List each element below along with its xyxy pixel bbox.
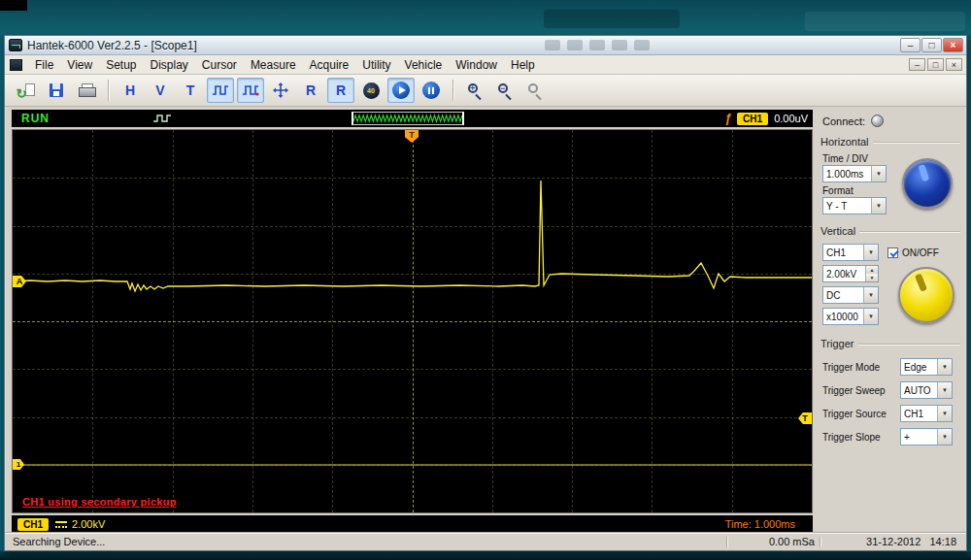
autoset-icon: 40 (363, 82, 380, 99)
print-button[interactable] (73, 78, 100, 103)
onoff-checkbox[interactable] (887, 247, 898, 258)
overlay-icon (634, 40, 650, 50)
reference-button[interactable]: R (297, 78, 324, 103)
vertical-button[interactable]: V (147, 78, 174, 103)
minimize-button[interactable]: – (900, 38, 921, 52)
pause-button[interactable] (418, 78, 445, 103)
t-icon: T (186, 82, 195, 98)
r-icon: R (306, 82, 316, 98)
menu-vehicle[interactable]: Vehicle (398, 56, 450, 74)
time-div-value: 1.000ms (823, 169, 863, 180)
dropdown-arrow-icon[interactable] (937, 429, 952, 445)
menu-setup[interactable]: Setup (99, 56, 143, 74)
grid-line (13, 417, 812, 418)
zoom-out-icon (497, 82, 514, 99)
grid-line (13, 274, 812, 275)
control-panel: Connect: Horizontal Time / DIV 1.000ms F… (813, 110, 964, 534)
trigger-sweep-select[interactable]: AUTO (900, 381, 953, 399)
channel-select[interactable]: CH1 (822, 244, 879, 261)
grid-line (13, 369, 812, 370)
scope-info-bar: CH1 2.00kV Time: 1.000ms (12, 515, 813, 533)
scope-grid (13, 130, 812, 512)
menu-window[interactable]: Window (449, 56, 504, 74)
trigger-mode-select[interactable]: Edge (900, 358, 953, 376)
scope-display[interactable]: T A 1 T CH1 using secondary pickup (12, 129, 813, 513)
zoom-reset-button[interactable] (521, 78, 549, 103)
close-button[interactable]: × (943, 38, 963, 52)
dropdown-arrow-icon[interactable] (863, 287, 878, 303)
menu-utility[interactable]: Utility (355, 56, 397, 74)
menu-acquire[interactable]: Acquire (303, 56, 356, 74)
mdi-restore-button[interactable]: □ (927, 58, 944, 71)
save-button[interactable] (43, 78, 70, 103)
mdi-minimize-button[interactable]: – (909, 58, 925, 71)
run-status: RUN (21, 112, 50, 125)
dropdown-arrow-icon[interactable] (871, 166, 886, 181)
trigger-button[interactable]: T (177, 78, 204, 103)
desktop: Hantek-6000 Ver2.2.5 - [Scope1] – □ × Fi… (0, 0, 971, 560)
dropdown-arrow-icon[interactable] (937, 382, 952, 398)
status-time: 14:18 (929, 536, 956, 547)
menu-help[interactable]: Help (504, 56, 542, 74)
spin-down-icon[interactable] (866, 274, 878, 281)
waveform-mode-button[interactable] (207, 78, 234, 103)
horizontal-knob[interactable] (902, 158, 953, 209)
trigger-source-value: CH1 (901, 409, 923, 419)
format-select[interactable]: Y - T (822, 197, 887, 214)
knob-pointer (918, 164, 929, 181)
print-icon (79, 83, 94, 97)
autoset-button[interactable]: 40 (357, 78, 385, 103)
zoom-out-button[interactable] (491, 78, 519, 103)
ch1-badge: CH1 (17, 518, 49, 531)
dropdown-arrow-icon[interactable] (863, 245, 878, 260)
dropdown-arrow-icon[interactable] (863, 309, 878, 324)
waveform-capture-button[interactable] (237, 78, 264, 103)
coupling-select[interactable]: DC (822, 286, 879, 304)
trigger-readout: ƒ CH1 0.00uV (724, 110, 808, 127)
menu-measure[interactable]: Measure (244, 56, 303, 74)
volts-div-stepper[interactable]: 2.00kV (822, 265, 879, 282)
mdi-close-button[interactable]: × (946, 58, 962, 71)
horizontal-section-title: Horizontal (820, 136, 869, 148)
titlebar[interactable]: Hantek-6000 Ver2.2.5 - [Scope1] – □ × (5, 36, 966, 55)
maximize-button[interactable]: □ (921, 38, 942, 52)
square-wave-dot-icon (242, 83, 259, 97)
window-title: Hantek-6000 Ver2.2.5 - [Scope1] (27, 39, 197, 52)
spin-up-icon[interactable] (866, 266, 878, 274)
probe-select[interactable]: x10000 (822, 308, 879, 325)
reference-cursor-button[interactable]: R (327, 78, 354, 103)
volts-div-value: 2.00kV (823, 269, 856, 280)
toolbar: ↻ H V T R R (5, 75, 966, 107)
desktop-top-band (0, 0, 971, 35)
trigger-slope-select[interactable]: + (900, 428, 953, 445)
horizontal-button[interactable]: H (117, 78, 144, 103)
horizontal-position-preview[interactable] (352, 112, 464, 125)
coupling-value: DC (823, 290, 840, 301)
time-div-select[interactable]: 1.000ms (822, 165, 887, 182)
desktop-chip (0, 0, 27, 11)
open-button[interactable]: ↻ (13, 78, 40, 103)
knob-pointer (914, 274, 926, 292)
connect-label: Connect: (822, 115, 865, 127)
onoff-checkbox-wrap[interactable]: ON/OFF (887, 247, 939, 258)
trigger-slope-label: Trigger Slope (822, 432, 881, 443)
run-button[interactable] (387, 78, 415, 103)
menu-view[interactable]: View (60, 56, 99, 74)
preview-wave (353, 115, 462, 121)
dropdown-arrow-icon[interactable] (937, 406, 952, 421)
pan-button[interactable] (267, 78, 294, 103)
trigger-sweep-value: AUTO (901, 385, 931, 396)
trigger-source-select[interactable]: CH1 (900, 405, 953, 422)
square-wave-icon (212, 83, 229, 97)
menubar: File View Setup Display Cursor Measure A… (5, 55, 966, 75)
horizontal-section: Horizontal Time / DIV 1.000ms Format Y -… (817, 133, 960, 214)
vertical-knob[interactable] (898, 267, 954, 323)
menu-cursor[interactable]: Cursor (195, 56, 244, 74)
trigger-mode-value: Edge (901, 362, 926, 373)
play-icon (392, 82, 410, 99)
dropdown-arrow-icon[interactable] (871, 198, 886, 214)
menu-display[interactable]: Display (144, 56, 195, 74)
menu-file[interactable]: File (28, 56, 60, 74)
dropdown-arrow-icon[interactable] (937, 359, 952, 375)
zoom-in-button[interactable] (461, 78, 488, 103)
